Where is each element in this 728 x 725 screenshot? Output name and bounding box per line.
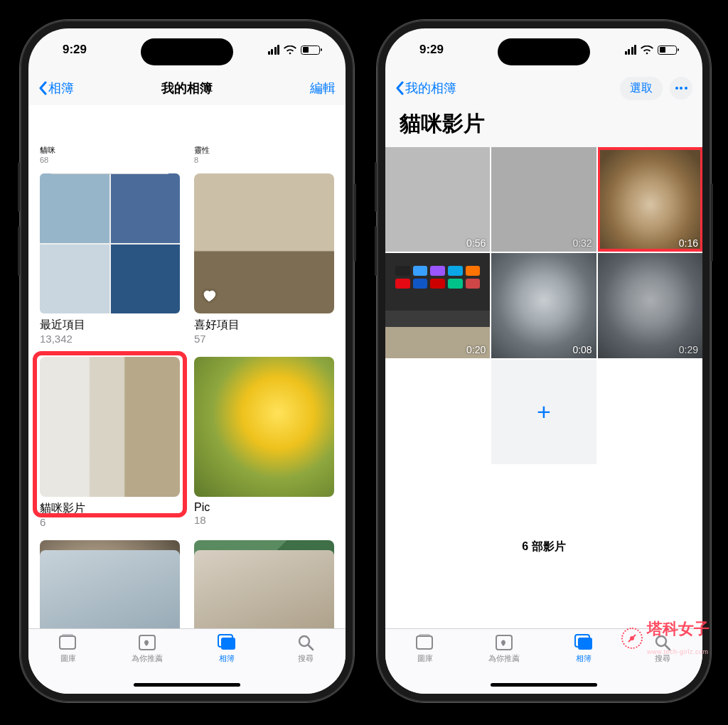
nav-title: 我的相簿 (28, 80, 346, 97)
edit-button[interactable]: 編輯 (310, 80, 336, 97)
svg-point-5 (299, 636, 309, 646)
more-button[interactable] (670, 77, 692, 100)
back-label: 相簿 (48, 80, 74, 97)
chevron-left-icon (38, 81, 47, 95)
watermark-text: 塔科女子 (647, 620, 710, 638)
albums-icon (573, 633, 594, 652)
tab-label: 為你推薦 (132, 653, 163, 664)
foryou-icon (493, 633, 515, 652)
cellular-icon (268, 45, 280, 55)
page-title: 貓咪影片 (385, 105, 702, 147)
search-icon (295, 633, 316, 652)
video-duration: 0:29 (679, 344, 698, 355)
plus-icon: + (537, 398, 551, 426)
tab-label: 圖庫 (417, 653, 433, 664)
video-item[interactable]: 0:29 (598, 253, 702, 358)
video-item[interactable]: 0:56 (385, 147, 490, 252)
tab-label: 相簿 (219, 653, 235, 664)
add-video-button[interactable]: + (491, 360, 596, 464)
tab-label: 搜尋 (298, 653, 314, 664)
album-pic[interactable]: Pic 18 (194, 357, 334, 529)
video-item[interactable]: 0:08 (491, 253, 596, 358)
album-name: 貓咪影片 (40, 501, 180, 516)
tab-search[interactable]: 搜尋 (267, 633, 346, 694)
album-favorites[interactable]: 喜好項目 57 (194, 173, 334, 345)
status-time: 9:29 (63, 43, 87, 57)
back-label: 我的相簿 (405, 80, 456, 97)
nav-bar: 相簿 我的相簿 編輯 (28, 71, 346, 105)
album-name: 最近項目 (40, 318, 180, 333)
tab-label: 為你推薦 (488, 653, 520, 664)
battery-icon (658, 45, 677, 55)
tab-library[interactable]: 圖庫 (28, 633, 108, 694)
select-button[interactable]: 選取 (620, 77, 663, 100)
tab-label: 圖庫 (60, 653, 76, 664)
status-time: 9:29 (419, 43, 444, 57)
albums-content[interactable]: 貓咪 68 靈性 8 最近項目 13,342 喜好 (28, 105, 346, 628)
nav-bar: 我的相簿 選取 (385, 71, 702, 105)
svg-rect-1 (62, 634, 73, 636)
album-name: 靈性 (194, 145, 334, 156)
album-count: 13,342 (40, 333, 180, 345)
back-button[interactable]: 我的相簿 (395, 80, 456, 97)
highlight-annotation (598, 147, 702, 252)
video-item[interactable]: 0:16 (598, 147, 702, 252)
back-button[interactable]: 相簿 (38, 80, 74, 97)
album-count: 18 (194, 514, 334, 527)
svg-rect-7 (417, 636, 432, 649)
video-duration: 0:08 (572, 344, 592, 355)
library-icon (414, 633, 436, 652)
album-count: 8 (194, 156, 334, 165)
svg-line-6 (309, 645, 313, 650)
video-duration: 0:20 (466, 344, 486, 355)
tab-library[interactable]: 圖庫 (385, 633, 465, 694)
albums-icon (216, 633, 237, 652)
tab-label: 相簿 (576, 653, 592, 664)
album-count: 68 (40, 156, 180, 165)
video-duration: 0:32 (572, 237, 592, 249)
cellular-icon (625, 45, 637, 55)
home-indicator[interactable] (491, 683, 597, 687)
album-recents[interactable]: 最近項目 13,342 (40, 173, 180, 345)
svg-rect-8 (419, 634, 430, 636)
phone-mockup-left: 9:29 相簿 我的相簿 編輯 (20, 20, 354, 702)
ellipsis-icon (675, 87, 687, 90)
album-name: 喜好項目 (194, 318, 334, 333)
wifi-icon (284, 45, 296, 55)
album-count: 6 (40, 516, 180, 529)
library-icon (58, 633, 79, 652)
wifi-icon (641, 45, 653, 55)
dynamic-island (141, 38, 233, 65)
album-name: Pic (194, 501, 334, 514)
foryou-icon (136, 633, 158, 652)
home-indicator[interactable] (134, 683, 240, 687)
videos-content[interactable]: 0:56 0:32 0:16 0:20 0:08 0:29 (385, 147, 702, 628)
album-count: 57 (194, 333, 334, 345)
svg-rect-0 (60, 636, 75, 649)
phone-mockup-right: 9:29 我的相簿 選取 貓咪影片 0:56 (377, 20, 711, 702)
album-cat-videos[interactable]: 貓咪影片 6 (40, 357, 180, 529)
chevron-left-icon (395, 81, 404, 95)
watermark-url: www.tech-girlz.com (647, 648, 709, 655)
watermark-logo-icon (621, 628, 643, 649)
video-item[interactable]: 0:20 (385, 253, 490, 358)
video-duration: 0:56 (466, 237, 486, 249)
heart-icon (201, 288, 217, 306)
video-count-summary: 6 部影片 (385, 539, 702, 554)
watermark: 塔科女子 www.tech-girlz.com (621, 618, 710, 658)
album-name: 貓咪 (40, 145, 180, 156)
battery-icon (301, 45, 320, 55)
dynamic-island (498, 38, 590, 65)
video-item[interactable]: 0:32 (491, 147, 596, 252)
video-duration: 0:16 (679, 237, 698, 249)
